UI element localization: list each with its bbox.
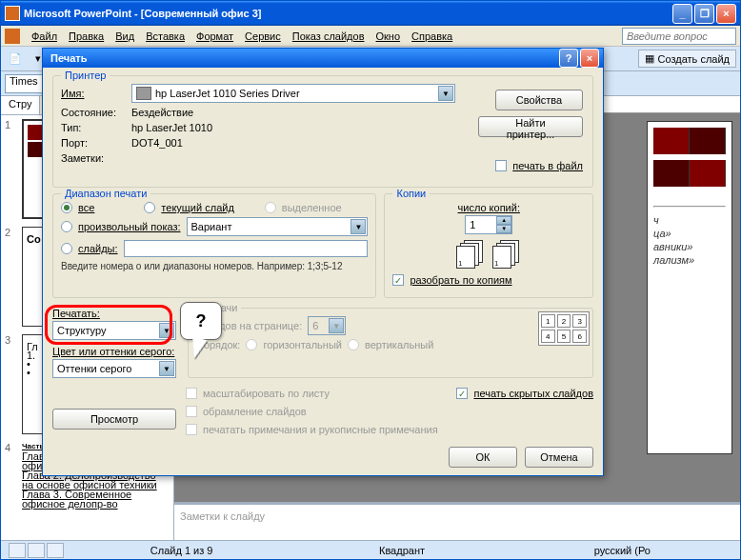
range-selection-label: выделенное (282, 202, 342, 213)
copies-count-label: число копий: (458, 202, 520, 213)
slide-canvas[interactable]: ч ца» авники» лализм» (647, 121, 732, 454)
dialog-close-button[interactable]: × (580, 49, 599, 68)
callout-bubble: ? (180, 302, 222, 340)
menu-insert[interactable]: Вставка (140, 29, 190, 44)
view-normal-icon[interactable] (9, 543, 26, 558)
menu-service[interactable]: Сервис (239, 29, 287, 44)
range-slides-label[interactable]: слайды: (78, 243, 118, 254)
printer-state-value: Бездействие (131, 107, 193, 118)
range-current-radio[interactable] (144, 202, 155, 213)
menu-help[interactable]: Справка (406, 29, 458, 44)
menu-edit[interactable]: Правка (63, 29, 110, 44)
range-slides-radio[interactable] (61, 243, 72, 254)
spin-up-icon[interactable]: ▲ (496, 216, 511, 225)
copies-legend: Копии (392, 188, 430, 199)
status-slide-number: Слайд 1 из 9 (71, 545, 291, 556)
printer-port-label: Порт: (61, 137, 126, 149)
range-all-label[interactable]: все (78, 202, 94, 213)
dialog-title: Печать (50, 52, 557, 64)
copies-count-spinner[interactable]: 1 ▲▼ (465, 215, 512, 234)
range-custom-radio[interactable] (61, 221, 72, 232)
range-current-label[interactable]: текущий слайд (161, 202, 233, 213)
menu-window[interactable]: Окно (370, 29, 407, 44)
printer-name-label: Имя: (61, 88, 126, 99)
callout-annotation: ? (180, 302, 222, 340)
dialog-titlebar: Печать ? × (43, 49, 603, 68)
menu-view[interactable]: Вид (110, 29, 140, 44)
handout-layout-preview: 123456 (538, 311, 590, 346)
notes-pane[interactable]: Заметки к слайду (174, 502, 740, 540)
chevron-down-icon: ▼ (159, 323, 174, 338)
print-hidden-checkbox[interactable] (456, 388, 468, 399)
print-to-file-label[interactable]: печать в файл (512, 160, 583, 171)
scale-to-fit-checkbox (186, 388, 197, 399)
create-slide-label: Создать слайд (658, 53, 730, 65)
help-search-input[interactable] (622, 28, 736, 45)
chevron-down-icon: ▼ (438, 86, 453, 101)
frame-slides-label: обрамление слайдов (203, 406, 307, 417)
print-what-select[interactable]: Структуру ▼ (52, 321, 176, 340)
status-language: русский (Ро (512, 545, 732, 556)
order-vertical-label: вертикальный (365, 339, 433, 350)
color-mode-value: Оттенки серого (57, 363, 131, 374)
copies-group: Копии число копий: 1 ▲▼ 321 321 разобрат… (384, 193, 593, 298)
order-vertical-radio (348, 339, 359, 350)
print-comments-label: печатать примечания и рукописные примеча… (203, 424, 438, 435)
printer-port-value: DOT4_001 (131, 137, 183, 149)
window-title: Microsoft PowerPoint - [Современный офис… (24, 8, 672, 19)
print-hidden-label[interactable]: печать скрытых слайдов (473, 388, 593, 399)
custom-show-select[interactable]: Вариант▼ (187, 217, 369, 236)
view-slideshow-icon[interactable] (47, 543, 64, 558)
printer-icon (136, 87, 151, 100)
printer-type-value: hp LaserJet 1010 (131, 122, 212, 133)
slides-range-input[interactable] (124, 240, 369, 257)
printer-legend: Принтер (61, 70, 110, 81)
view-sorter-icon[interactable] (28, 543, 45, 558)
dialog-help-button[interactable]: ? (559, 49, 578, 68)
range-hint: Введите номера о или диапазоны номеров. … (61, 261, 368, 271)
order-horizontal-label: горизонтальный (263, 339, 342, 350)
handouts-group: Выдачи слайдов на странице: 6▼ Порядок: … (188, 308, 593, 378)
cancel-button[interactable]: Отмена (525, 447, 593, 468)
printer-properties-button[interactable]: Свойства (495, 90, 583, 110)
slide-icon: ▦ (645, 52, 654, 65)
color-mode-label: Цвет или оттенки серого: (52, 346, 176, 357)
print-what-value: Структуру (57, 325, 106, 336)
minimize-button[interactable]: _ (672, 4, 692, 24)
scale-to-fit-label: масштабировать по листу (203, 388, 330, 399)
printer-type-label: Тип: (61, 122, 126, 133)
color-mode-select[interactable]: Оттенки серого ▼ (52, 359, 176, 378)
find-printer-button[interactable]: Найти принтер... (478, 116, 583, 137)
printer-state-label: Состояние: (61, 107, 126, 118)
per-page-select: 6▼ (308, 316, 346, 335)
menubar: Файл Правка Вид Вставка Формат Сервис По… (1, 26, 740, 47)
copies-count-value: 1 (466, 219, 496, 230)
statusbar: Слайд 1 из 9 Квадрант русский (Ро (1, 540, 740, 559)
print-what-label: Печатать: (52, 308, 176, 319)
chevron-down-icon: ▼ (159, 361, 174, 376)
preview-button[interactable]: Просмотр (52, 409, 176, 430)
chevron-down-icon: ▼ (329, 318, 344, 333)
collate-label[interactable]: разобрать по копиям (410, 274, 511, 286)
spin-down-icon[interactable]: ▼ (496, 225, 511, 233)
print-to-file-checkbox[interactable] (495, 160, 507, 171)
maximize-button[interactable]: ❐ (694, 4, 714, 24)
doc-icon (5, 29, 20, 44)
range-all-radio[interactable] (61, 202, 72, 213)
create-slide-button[interactable]: ▦ Создать слайд (638, 50, 736, 68)
ok-button[interactable]: ОК (449, 447, 517, 468)
collate-checkbox[interactable] (392, 274, 404, 286)
outline-tab-structure[interactable]: Стру (1, 96, 40, 114)
range-custom-label[interactable]: произвольный показ: (78, 221, 181, 232)
print-dialog: Печать ? × Принтер Имя: hp LaserJet 1010… (42, 48, 604, 476)
new-doc-icon[interactable]: 📄 (5, 49, 26, 70)
print-range-group: Диапазон печати все текущий слайд выделе… (52, 193, 376, 298)
menu-slideshow[interactable]: Показ слайдов (287, 29, 370, 44)
close-button[interactable]: × (716, 4, 736, 24)
menu-format[interactable]: Формат (190, 29, 239, 44)
status-layout-name: Квадрант (291, 545, 511, 556)
frame-slides-checkbox (186, 406, 197, 417)
printer-name-select[interactable]: hp LaserJet 1010 Series Driver ▼ (131, 84, 455, 103)
menu-file[interactable]: Файл (26, 29, 63, 44)
printer-name-value: hp LaserJet 1010 Series Driver (155, 88, 300, 99)
